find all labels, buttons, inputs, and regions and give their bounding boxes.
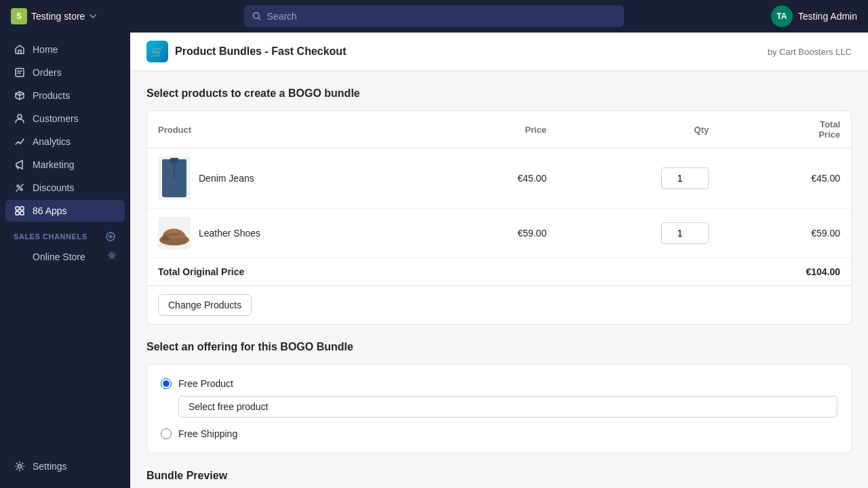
svg-rect-16 — [170, 158, 178, 163]
page-header-left: 🛒 Product Bundles - Fast Checkout — [146, 41, 346, 62]
product-name-jeans: Denim Jeans — [199, 173, 254, 184]
svg-point-10 — [111, 254, 113, 257]
sidebar-label-orders: Orders — [33, 67, 62, 78]
svg-point-19 — [162, 237, 170, 241]
svg-rect-6 — [20, 207, 24, 210]
products-icon — [14, 89, 26, 102]
radio-free-shipping[interactable] — [161, 428, 172, 439]
product-price-jeans: €45.00 — [438, 148, 557, 209]
search-input[interactable] — [267, 11, 616, 22]
product-qty-shoes[interactable] — [557, 209, 719, 258]
bogo-product-card: Product Price Qty TotalPrice — [146, 110, 852, 325]
qty-input-shoes[interactable] — [661, 222, 709, 244]
analytics-icon — [14, 136, 26, 148]
sales-channels-label: SALES CHANNELS — [0, 222, 130, 245]
qty-input-jeans[interactable] — [661, 167, 709, 189]
marketing-icon — [14, 159, 26, 171]
chevron-down-icon — [89, 12, 97, 20]
apps-icon — [14, 205, 26, 217]
svg-rect-7 — [16, 211, 19, 215]
svg-rect-8 — [20, 211, 24, 215]
page-header: 🛒 Product Bundles - Fast Checkout by Car… — [130, 33, 868, 71]
offering-card: Free Product Select free product Free Sh… — [146, 364, 852, 453]
product-total-shoes: €59.00 — [719, 209, 851, 258]
svg-point-4 — [20, 188, 22, 190]
sidebar-label-home: Home — [33, 44, 58, 55]
sidebar-item-products[interactable]: Products — [5, 85, 125, 106]
svg-point-2 — [18, 115, 22, 119]
page-subtitle: by Cart Boosters LLC — [768, 47, 852, 57]
radio-label-free-shipping[interactable]: Free Shipping — [161, 428, 837, 439]
radio-label-free-product[interactable]: Free Product — [161, 378, 837, 389]
settings-gear-icon[interactable] — [107, 251, 117, 262]
home-icon — [14, 43, 26, 56]
sidebar-item-apps[interactable]: 86 Apps — [5, 200, 125, 222]
total-label: Total Original Price — [147, 258, 719, 286]
search-bar[interactable] — [244, 5, 624, 27]
sidebar-label-discounts: Discounts — [33, 182, 74, 193]
sidebar-label-products: Products — [33, 90, 70, 101]
sidebar-item-marketing[interactable]: Marketing — [5, 154, 125, 176]
content-area: Select products to create a BOGO bundle … — [130, 71, 868, 488]
sidebar-item-online-store[interactable]: Online Store — [5, 246, 125, 267]
product-qty-jeans[interactable] — [557, 148, 719, 209]
radio-item-free-product: Free Product Select free product — [161, 378, 837, 418]
col-price: Price — [438, 111, 557, 148]
sidebar-label-analytics: Analytics — [33, 136, 71, 147]
svg-rect-5 — [16, 207, 19, 210]
sidebar-item-customers[interactable]: Customers — [5, 108, 125, 129]
table-row: Denim Jeans €45.00 €45.00 — [147, 148, 851, 209]
orders-icon — [14, 66, 26, 79]
sidebar-item-orders[interactable]: Orders — [5, 62, 125, 83]
radio-free-product[interactable] — [161, 378, 172, 389]
sidebar-label-marketing: Marketing — [33, 159, 74, 170]
table-row: Leather Shoes €59.00 €59.00 — [147, 209, 851, 258]
product-total-jeans: €45.00 — [719, 148, 851, 209]
svg-rect-1 — [16, 68, 24, 77]
card-footer: Change Products — [147, 285, 851, 324]
app-icon: 🛒 — [146, 41, 168, 62]
product-name-shoes: Leather Shoes — [199, 228, 260, 239]
sidebar-item-settings[interactable]: Settings — [5, 455, 125, 477]
sidebar-item-discounts[interactable]: Discounts — [5, 177, 125, 199]
total-row: Total Original Price €104.00 — [147, 258, 851, 286]
user-name: Testing Admin — [798, 11, 857, 22]
select-free-product-button[interactable]: Select free product — [178, 396, 837, 418]
add-sales-channel-icon[interactable] — [104, 230, 117, 243]
svg-point-3 — [17, 185, 19, 187]
sidebar-label-apps: 86 Apps — [33, 205, 67, 216]
bogo-section-title: Select products to create a BOGO bundle — [146, 87, 852, 100]
radio-label-text-free-product: Free Product — [178, 378, 233, 389]
radio-label-text-free-shipping: Free Shipping — [178, 428, 237, 439]
col-total-price: TotalPrice — [719, 111, 851, 148]
sidebar-item-analytics[interactable]: Analytics — [5, 131, 125, 152]
user-area: TA Testing Admin — [771, 5, 857, 27]
avatar: TA — [771, 5, 793, 27]
sidebar-item-home[interactable]: Home — [5, 39, 125, 60]
svg-point-11 — [18, 465, 22, 468]
product-table: Product Price Qty TotalPrice — [147, 111, 851, 285]
radio-item-free-shipping: Free Shipping — [161, 428, 837, 439]
offering-section-title: Select an offering for this BOGO Bundle — [146, 341, 852, 353]
store-selector[interactable]: S Testing store — [11, 8, 97, 24]
store-name: Testing store — [31, 11, 85, 22]
sidebar: Home Orders Products — [0, 33, 130, 488]
sidebar-label-online-store: Online Store — [33, 251, 85, 262]
store-icon: S — [11, 8, 27, 24]
col-qty: Qty — [557, 111, 719, 148]
search-icon — [252, 12, 261, 21]
customers-icon — [14, 113, 26, 125]
page-title: Product Bundles - Fast Checkout — [175, 45, 346, 58]
product-price-shoes: €59.00 — [438, 209, 557, 258]
product-cell-shoes: Leather Shoes — [147, 209, 438, 258]
change-products-button[interactable]: Change Products — [158, 294, 252, 316]
col-product: Product — [147, 111, 438, 148]
total-value: €104.00 — [719, 258, 851, 286]
product-cell-jeans: Denim Jeans — [147, 148, 438, 209]
product-image-shoes — [158, 217, 191, 249]
discounts-icon — [14, 182, 26, 194]
sidebar-label-settings: Settings — [33, 461, 67, 472]
sidebar-label-customers: Customers — [33, 113, 79, 124]
product-image-jeans — [158, 157, 191, 200]
bundle-preview-title: Bundle Preview — [146, 470, 852, 482]
